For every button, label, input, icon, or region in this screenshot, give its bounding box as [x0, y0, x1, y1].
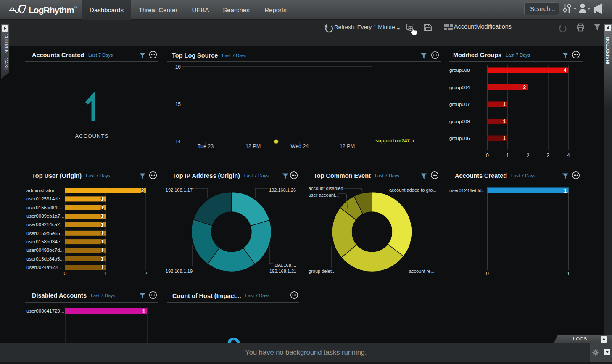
svg-text:Tue 23: Tue 23: [198, 143, 214, 149]
svg-text:user008641729...: user008641729...: [26, 309, 64, 314]
svg-text:192.168.1.21: 192.168.1.21: [269, 269, 296, 274]
svg-text:1: 1: [101, 205, 104, 211]
svg-text:1: 1: [101, 196, 104, 202]
svg-text:user account...: user account...: [309, 193, 339, 198]
svg-text:1: 1: [101, 230, 104, 236]
svg-text:192.168.1.26: 192.168.1.26: [269, 187, 296, 193]
svg-text:group delet...: group delet...: [309, 269, 335, 274]
svg-text:account re...: account re...: [409, 269, 435, 274]
svg-text:1: 1: [101, 222, 104, 228]
svg-text:supportxm747 lr: supportxm747 lr: [375, 138, 415, 144]
svg-text:1: 1: [506, 153, 509, 158]
svg-text:user009214ca2...: user009214ca2...: [26, 222, 64, 227]
svg-text:group007: group007: [449, 102, 470, 107]
svg-text:group006: group006: [449, 136, 470, 141]
svg-text:12 PM: 12 PM: [340, 143, 355, 149]
svg-text:account disabled: account disabled: [309, 186, 343, 191]
svg-text:4: 4: [564, 67, 567, 73]
svg-text:0: 0: [486, 271, 489, 277]
svg-text:1: 1: [101, 256, 104, 262]
svg-text:4: 4: [567, 153, 570, 158]
svg-text:user0159b5e55...: user0159b5e55...: [26, 231, 64, 236]
svg-text:0: 0: [486, 153, 489, 158]
svg-text:user0155cd84f...: user0155cd84f...: [26, 205, 63, 210]
svg-text:1: 1: [503, 135, 506, 141]
svg-text:1: 1: [564, 188, 567, 194]
svg-text:1: 1: [101, 248, 104, 253]
svg-text:16: 16: [175, 64, 181, 70]
svg-text:1: 1: [101, 239, 104, 245]
svg-text:user0158b034e...: user0158b034e...: [26, 239, 64, 244]
svg-text:1: 1: [142, 309, 145, 314]
svg-text:1: 1: [567, 271, 570, 277]
svg-text:2: 2: [523, 84, 526, 90]
svg-text:12 PM: 12 PM: [245, 143, 261, 149]
svg-text:1: 1: [503, 101, 506, 107]
svg-text:user0089eb1a7...: user0089eb1a7...: [26, 214, 64, 219]
svg-text:1: 1: [101, 264, 104, 270]
svg-text:15: 15: [175, 101, 181, 107]
svg-text:account added to gro...: account added to gro...: [389, 187, 437, 193]
svg-text:14: 14: [175, 139, 181, 145]
svg-text:0: 0: [64, 271, 67, 277]
svg-text:Wed 24: Wed 24: [291, 143, 309, 149]
svg-text:2: 2: [141, 187, 144, 193]
svg-text:user0125614de...: user0125614de...: [26, 196, 64, 201]
svg-text:1: 1: [104, 271, 107, 277]
svg-text:user013dc84b5...: user013dc84b5...: [26, 256, 64, 261]
svg-text:3: 3: [547, 153, 550, 158]
svg-text:user01246ebfd...: user01246ebfd...: [449, 188, 485, 193]
svg-text:192.168....: 192.168....: [274, 263, 296, 268]
svg-text:user00498bc7d...: user00498bc7d...: [26, 248, 64, 253]
svg-text:2: 2: [526, 153, 529, 158]
svg-text:192.168.1.19: 192.168.1.19: [166, 269, 193, 274]
svg-text:1: 1: [503, 119, 506, 124]
svg-text:2: 2: [145, 271, 148, 277]
svg-text:administrator: administrator: [26, 188, 55, 193]
svg-text:group009: group009: [449, 119, 470, 124]
svg-text:group004: group004: [449, 85, 470, 90]
svg-text:user0024af6c4...: user0024af6c4...: [26, 265, 63, 270]
svg-text:192.168.1.17: 192.168.1.17: [166, 187, 193, 193]
svg-text:group008: group008: [449, 68, 470, 73]
svg-text:1: 1: [101, 213, 104, 219]
